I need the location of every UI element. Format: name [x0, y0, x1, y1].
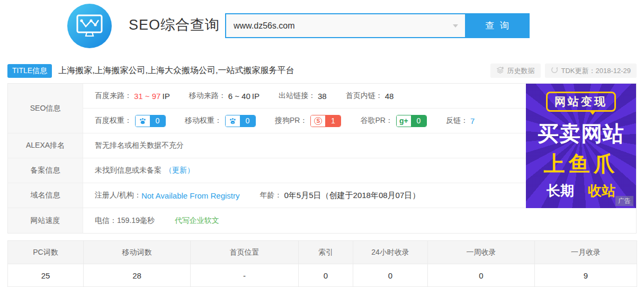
tdk-update-button[interactable]: TDK更新：2018-12-29: [545, 64, 637, 78]
refresh-icon: [551, 66, 558, 75]
age-value: 0年5月5日（创建于2018年08月07日）: [284, 191, 421, 201]
row-label-speed: 网站速度: [8, 208, 83, 233]
logo-monitor-chart-icon: [67, 4, 112, 48]
mobile-weight-label: 移动权重：: [185, 116, 222, 125]
history-data-label: 历史数据: [507, 66, 535, 76]
stats-value-row: 25 28 - 0 0 0 9: [8, 264, 637, 287]
app-title: SEO综合查询: [129, 15, 220, 34]
sogou-pr-badge[interactable]: S 1: [310, 115, 341, 127]
age-label: 年龄：: [260, 191, 282, 200]
backlink-label: 反链：: [446, 116, 468, 125]
chevron-down-icon[interactable]: [453, 24, 458, 28]
mobile-traffic-unit: IP: [252, 92, 260, 101]
svg-text:m: m: [232, 122, 234, 124]
stats-value: 0: [353, 264, 428, 287]
sogou-icon: S: [311, 115, 325, 127]
alexa-text: 暂无排名或相关数据不充分: [95, 141, 184, 150]
row-label-icp: 备案信息: [8, 158, 83, 183]
speed-row: 电信：159.19毫秒 代写企业软文: [83, 208, 636, 233]
icp-update-link[interactable]: （更新）: [165, 166, 194, 175]
mobile-weight-badge[interactable]: m 0: [225, 115, 256, 127]
stats-header: 移动词数: [84, 241, 191, 264]
ad-line3-b: 收站: [588, 182, 615, 200]
outlinks-label: 出站链接：: [279, 91, 316, 101]
title-info-badge: TITLE信息: [7, 64, 52, 78]
title-bar: TITLE信息 上海搬家,上海搬家公司,上海大众搬场公司,一站式搬家服务平台 历…: [7, 58, 637, 83]
outlinks-value: 38: [318, 92, 327, 101]
row-label-alexa: ALEXA排名: [8, 133, 83, 158]
google-plus-icon: g+: [397, 115, 411, 127]
stats-header: 索引: [299, 241, 353, 264]
registrant-label: 注册人/机构：: [95, 191, 141, 200]
baidu-weight-value: 0: [150, 115, 165, 127]
keyword-stats-table: PC词数 移动词数 首页位置 索引 24小时收录 一周收录 一月收录 25 28…: [7, 240, 637, 287]
stats-header-row: PC词数 移动词数 首页位置 索引 24小时收录 一周收录 一月收录: [8, 241, 637, 264]
ad-line1: 买卖网站: [538, 119, 624, 148]
mobile-weight-value: 0: [240, 115, 255, 127]
stats-value: 9: [535, 264, 637, 287]
mobile-traffic-label: 移动来路：: [189, 91, 226, 101]
baidu-weight-label: 百度权重：: [95, 116, 132, 125]
ad-tag: 广告: [615, 196, 633, 206]
ad-line3-a: 长期: [547, 182, 574, 200]
google-pr-label: 谷歌PR：: [360, 116, 392, 125]
stats-header: 一周收录: [428, 241, 535, 264]
site-title-text: 上海搬家,上海搬家公司,上海大众搬场公司,一站式搬家服务平台: [58, 65, 294, 76]
row-label-domain: 域名信息: [8, 183, 83, 208]
ad-line3: 长期 收站: [547, 182, 615, 200]
ad-bubble-text: 网站变现: [546, 92, 616, 112]
ad-line2: 上鱼爪: [544, 149, 619, 178]
baidu-traffic-label: 百度来路：: [95, 91, 132, 101]
seo-info-table: SEO信息 百度来路： 31 ~ 97 IP 移动来路： 6 ~ 40 IP 出…: [7, 83, 637, 234]
google-pr-value: 0: [411, 115, 426, 127]
registrant-link[interactable]: Not Available From Registry: [141, 191, 240, 200]
backlink-value[interactable]: 7: [470, 116, 475, 125]
layers-icon: [496, 66, 504, 76]
google-pr-badge[interactable]: g+ 0: [396, 115, 427, 127]
stats-header: PC词数: [8, 241, 84, 264]
stats-header: 一月收录: [535, 241, 637, 264]
stats-header: 24小时收录: [353, 241, 428, 264]
query-button[interactable]: 查 询: [466, 13, 530, 38]
mobile-traffic-value: 6 ~ 40: [228, 92, 251, 101]
search-area: 查 询: [225, 13, 530, 38]
history-data-button[interactable]: 历史数据: [490, 64, 541, 78]
stats-value: 0: [299, 264, 353, 287]
baidu-paw-icon: [136, 115, 150, 127]
stats-value: -: [191, 264, 299, 287]
stats-value: 28: [84, 264, 191, 287]
sogou-pr-label: 搜狗PR：: [275, 116, 307, 125]
stats-value: 25: [8, 264, 84, 287]
homelinks-label: 首页内链：: [346, 91, 383, 101]
stats-header: 首页位置: [191, 241, 299, 264]
tdk-update-label: TDK更新：2018-12-29: [561, 66, 631, 76]
homelinks-value: 48: [385, 92, 394, 101]
stats-value: 0: [428, 264, 535, 287]
baidu-weight-badge[interactable]: 0: [135, 115, 166, 127]
sogou-pr-value: 1: [325, 115, 341, 127]
baidu-traffic-value[interactable]: 31 ~ 97: [134, 92, 160, 101]
row-label-seo: SEO信息: [8, 84, 83, 133]
header: SEO综合查询 查 询: [0, 0, 644, 53]
soft-article-link[interactable]: 代写企业软文: [175, 216, 219, 226]
baidu-traffic-unit: IP: [162, 92, 169, 101]
telecom-speed-text: 电信：159.19毫秒: [95, 216, 155, 226]
search-input[interactable]: [225, 13, 466, 38]
ad-banner[interactable]: 网站变现 买卖网站 上鱼爪 长期 收站 广告: [526, 84, 636, 208]
baidu-mobile-paw-icon: m: [226, 115, 240, 127]
icp-text: 未找到信息或未备案: [95, 166, 162, 175]
